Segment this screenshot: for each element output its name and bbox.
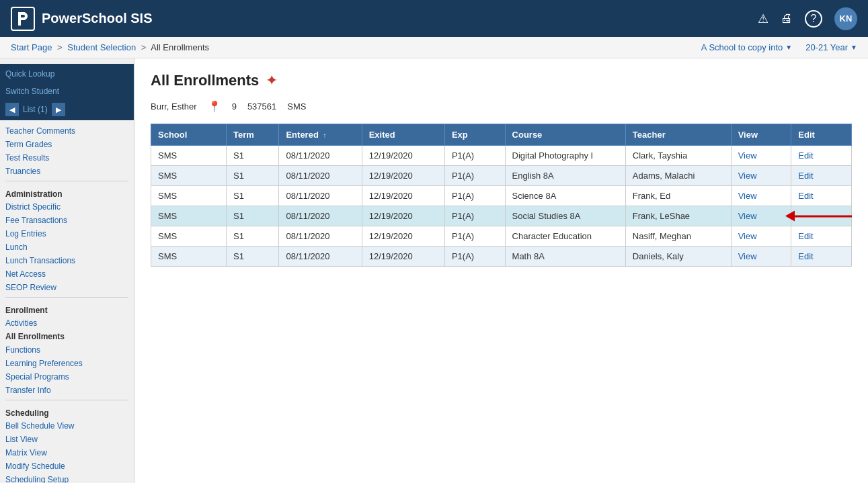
sidebar-item-all-enrollments[interactable]: All Enrollments xyxy=(0,330,134,343)
top-navigation-bar: PowerSchool SIS ⚠ 🖨 ? KN xyxy=(0,0,868,37)
cell-edit-link[interactable]: Edit xyxy=(798,150,813,161)
col-header-entered[interactable]: Entered ↑ xyxy=(279,124,362,146)
sidebar-item-functions[interactable]: Functions xyxy=(0,343,134,357)
cell-view: View xyxy=(731,186,791,206)
breadcrumb-sep2: > xyxy=(141,42,147,52)
main-container: Quick Lookup Switch Student ◀ List (1) ▶… xyxy=(0,58,868,483)
year-dropdown[interactable]: 20-21 Year ▼ xyxy=(805,42,857,52)
sidebar-item-teacher-comments[interactable]: Teacher Comments xyxy=(0,124,134,138)
sidebar-item-log-entries[interactable]: Log Entries xyxy=(0,227,134,240)
sidebar-item-matrix-view[interactable]: Matrix View xyxy=(0,446,134,459)
nav-next-button[interactable]: ▶ xyxy=(52,103,65,116)
cell-term: S1 xyxy=(227,247,279,267)
table-row: SMSS108/11/202012/19/2020P1(A)Character … xyxy=(151,226,852,247)
sidebar-section-enrollment: Enrollment xyxy=(0,300,134,316)
table-row: SMSS108/11/202012/19/2020P1(A)Science 8A… xyxy=(151,186,852,206)
cell-entered: 08/11/2020 xyxy=(279,186,362,206)
cell-course: Math 8A xyxy=(505,247,625,267)
sidebar-item-special-programs[interactable]: Special Programs xyxy=(0,370,134,384)
sidebar: Quick Lookup Switch Student ◀ List (1) ▶… xyxy=(0,58,134,483)
cell-course: English 8A xyxy=(505,166,625,186)
cell-exited: 12/19/2020 xyxy=(362,247,444,267)
col-header-school: School xyxy=(151,124,227,146)
cell-teacher: Adams, Malachi xyxy=(625,166,731,186)
cell-edit xyxy=(791,206,852,226)
sidebar-item-test-results[interactable]: Test Results xyxy=(0,151,134,165)
cell-entered: 08/11/2020 xyxy=(279,146,362,166)
student-name: Burr, Esther xyxy=(151,101,197,112)
school-dropdown[interactable]: A School to copy into ▼ xyxy=(701,42,792,52)
cell-term: S1 xyxy=(227,166,279,186)
sidebar-item-list-view[interactable]: List View xyxy=(0,433,134,446)
title-icon: ✦ xyxy=(266,72,278,89)
sidebar-switch-student[interactable]: Switch Student xyxy=(5,85,128,97)
sort-arrow-entered: ↑ xyxy=(323,132,326,139)
col-header-exp: Exp xyxy=(444,124,505,146)
print-icon[interactable]: 🖨 xyxy=(781,11,793,26)
cell-teacher: Daniels, Kaly xyxy=(625,247,731,267)
breadcrumb-bar: Start Page > Student Selection > All Enr… xyxy=(0,37,868,58)
cell-edit-link[interactable]: Edit xyxy=(798,171,813,181)
sidebar-item-learning-preferences[interactable]: Learning Preferences xyxy=(0,357,134,370)
user-avatar[interactable]: KN xyxy=(834,7,857,30)
sidebar-item-net-access[interactable]: Net Access xyxy=(0,267,134,281)
alert-icon[interactable]: ⚠ xyxy=(758,11,768,26)
cell-term: S1 xyxy=(227,186,279,206)
location-icon: 📍 xyxy=(208,100,221,113)
cell-view-link[interactable]: View xyxy=(738,231,757,241)
cell-exited: 12/19/2020 xyxy=(362,166,444,186)
list-count: List (1) xyxy=(23,105,48,114)
breadcrumb-sep1: > xyxy=(57,42,63,52)
sidebar-item-lunch-transactions[interactable]: Lunch Transactions xyxy=(0,254,134,267)
sidebar-item-activities[interactable]: Activities xyxy=(0,316,134,330)
sidebar-quick-lookup[interactable]: Quick Lookup xyxy=(5,68,128,80)
sidebar-item-district-specific[interactable]: District Specific xyxy=(0,200,134,214)
cell-view-link[interactable]: View xyxy=(738,150,757,161)
page-title: All Enrollments xyxy=(151,72,259,89)
cell-school: SMS xyxy=(151,166,227,186)
cell-teacher: Frank, Ed xyxy=(625,186,731,206)
col-header-teacher: Teacher xyxy=(625,124,731,146)
sidebar-item-transfer-info[interactable]: Transfer Info xyxy=(0,384,134,397)
cell-view-link[interactable]: View xyxy=(738,211,757,221)
cell-course: Science 8A xyxy=(505,186,625,206)
student-grade: 9 xyxy=(232,101,237,112)
main-content: All Enrollments ✦ Burr, Esther 📍 9 53756… xyxy=(134,58,868,483)
student-id: 537561 xyxy=(247,101,276,112)
breadcrumb-right: A School to copy into ▼ 20-21 Year ▼ xyxy=(701,42,857,52)
sidebar-item-modify-schedule[interactable]: Modify Schedule xyxy=(0,459,134,473)
sidebar-item-seop-review[interactable]: SEOP Review xyxy=(0,281,134,294)
cell-school: SMS xyxy=(151,186,227,206)
cell-edit-link[interactable]: Edit xyxy=(798,191,813,201)
breadcrumb-student-selection[interactable]: Student Selection xyxy=(67,42,136,52)
sidebar-item-scheduling-setup[interactable]: Scheduling Setup xyxy=(0,473,134,483)
cell-school: SMS xyxy=(151,247,227,267)
sidebar-section-scheduling: Scheduling xyxy=(0,403,134,419)
breadcrumb-start[interactable]: Start Page xyxy=(11,42,52,52)
sidebar-item-fee-transactions[interactable]: Fee Transactions xyxy=(0,214,134,227)
sidebar-item-bell-schedule-view[interactable]: Bell Schedule View xyxy=(0,419,134,433)
ps-logo-icon xyxy=(11,7,35,31)
nav-prev-button[interactable]: ◀ xyxy=(5,103,19,116)
cell-entered: 08/11/2020 xyxy=(279,166,362,186)
cell-edit-link[interactable]: Edit xyxy=(798,251,813,261)
cell-view-link[interactable]: View xyxy=(738,251,757,261)
cell-exited: 12/19/2020 xyxy=(362,146,444,166)
help-icon[interactable]: ? xyxy=(805,10,822,28)
col-header-exited: Exited xyxy=(362,124,444,146)
cell-view: View xyxy=(731,226,791,247)
cell-teacher: Nasiff, Meghan xyxy=(625,226,731,247)
app-logo: PowerSchool SIS xyxy=(11,7,758,31)
cell-view: View xyxy=(731,206,791,226)
cell-course: Character Education xyxy=(505,226,625,247)
student-school: SMS xyxy=(287,101,306,112)
cell-view-link[interactable]: View xyxy=(738,171,757,181)
sidebar-item-term-grades[interactable]: Term Grades xyxy=(0,138,134,151)
cell-course: Digital Photography I xyxy=(505,146,625,166)
cell-teacher: Frank, LeShae xyxy=(625,206,731,226)
table-row: SMSS108/11/202012/19/2020P1(A)English 8A… xyxy=(151,166,852,186)
sidebar-item-truancies[interactable]: Truancies xyxy=(0,165,134,178)
sidebar-item-lunch[interactable]: Lunch xyxy=(0,240,134,254)
cell-view-link[interactable]: View xyxy=(738,191,757,201)
cell-edit-link[interactable]: Edit xyxy=(798,231,813,241)
